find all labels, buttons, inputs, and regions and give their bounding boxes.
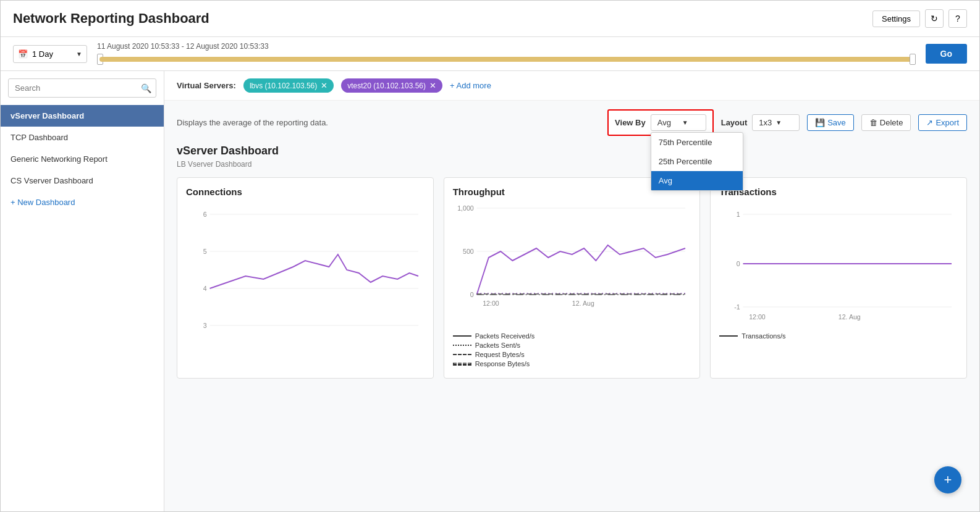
svg-text:3: 3 — [203, 322, 207, 329]
help-icon: ? — [955, 14, 960, 23]
sidebar-item-2[interactable]: Generic Networking Report — [1, 148, 164, 170]
throughput-legend: Packets Received/s Packets Sent/s Reques… — [453, 332, 691, 367]
viewby-chevron-icon: ▼ — [682, 119, 688, 126]
layout-label: Layout — [721, 118, 748, 127]
dropdown-item-75th[interactable]: 75th Percentile — [651, 133, 743, 152]
settings-button[interactable]: Settings — [872, 10, 920, 27]
charts-grid: Connections 6 5 4 — [177, 177, 967, 379]
svg-text:12:00: 12:00 — [483, 300, 499, 307]
transactions-chart-title: Transactions — [719, 187, 958, 197]
dashboard-description: Displays the average of the reporting da… — [177, 118, 602, 127]
svg-text:0: 0 — [470, 291, 473, 298]
virtual-servers-label: Virtual Servers: — [177, 81, 236, 90]
dropdown-item-25th[interactable]: 25th Percentile — [651, 152, 743, 171]
time-period-selector[interactable]: 📅 1 Day 1 Week 1 Month ▼ — [13, 45, 87, 63]
layout-select-button[interactable]: 1x3 ▼ — [752, 114, 800, 131]
delete-label: Delete — [880, 118, 903, 127]
search-input[interactable] — [8, 78, 156, 98]
layout-value: 1x3 — [759, 118, 772, 127]
viewby-select-wrapper[interactable]: Avg ▼ 75th Percentile 25th Percentile Av… — [651, 114, 706, 131]
export-label: Export — [936, 118, 959, 127]
transactions-chart-card: Transactions 1 0 -1 — [710, 177, 967, 379]
slider-handle-right[interactable] — [910, 54, 916, 65]
tag-vtest20[interactable]: vtest20 (10.102.103.56) ✕ — [341, 78, 442, 93]
refresh-icon: ↻ — [931, 14, 938, 23]
viewby-selected-value: Avg — [657, 118, 671, 127]
svg-text:500: 500 — [463, 248, 474, 255]
layout-group: Layout 1x3 ▼ — [721, 114, 800, 131]
page-title: Network Reporting Dashboard — [13, 10, 209, 27]
delete-icon: 🗑 — [869, 118, 877, 127]
fab-button[interactable]: + — [934, 466, 961, 493]
svg-text:1: 1 — [737, 211, 740, 218]
virtual-servers-row: Virtual Servers: lbvs (10.102.103.56) ✕ … — [164, 71, 979, 101]
tag-lbvs-name: lbvs (10.102.103.56) — [250, 82, 317, 90]
svg-text:12:00: 12:00 — [750, 313, 766, 321]
throughput-chart-card: Throughput 1,000 500 0 — [444, 177, 701, 379]
layout-chevron-icon: ▼ — [775, 119, 782, 126]
sidebar-item-0[interactable]: vServer Dashboard — [1, 105, 164, 127]
controls-row: View By Avg ▼ 75th Percentile 25th Perce… — [607, 109, 967, 136]
svg-text:12. Aug: 12. Aug — [838, 313, 861, 321]
date-range-label: 11 August 2020 10:53:33 - 12 August 2020… — [97, 42, 916, 51]
add-more-button[interactable]: + Add more — [450, 81, 491, 90]
dropdown-item-avg[interactable]: Avg — [651, 171, 743, 190]
connections-chart-svg: 6 5 4 3 — [186, 202, 425, 350]
svg-text:5: 5 — [203, 248, 207, 255]
save-button[interactable]: 💾 Save — [807, 114, 854, 131]
help-button[interactable]: ? — [948, 9, 967, 28]
sidebar-item-3[interactable]: CS Vserver Dashboard — [1, 170, 164, 191]
viewby-select-button[interactable]: Avg ▼ — [651, 114, 706, 131]
viewby-group: View By Avg ▼ 75th Percentile 25th Perce… — [607, 109, 714, 136]
search-icon: 🔍 — [141, 83, 151, 93]
throughput-chart-svg: 1,000 500 0 — [453, 202, 691, 325]
transactions-chart-svg: 1 0 -1 12:00 12. Aug — [719, 202, 958, 325]
new-dashboard-item[interactable]: + New Dashboard — [1, 191, 164, 213]
connections-chart-card: Connections 6 5 4 — [177, 177, 434, 379]
tag-lbvs[interactable]: lbvs (10.102.103.56) ✕ — [243, 78, 334, 93]
export-icon: ↗ — [926, 118, 933, 127]
go-button[interactable]: Go — [926, 44, 967, 64]
new-dashboard-label: + New Dashboard — [11, 198, 75, 207]
dashboard-title: vServer Dashboard — [177, 145, 967, 157]
search-bar: 🔍 — [8, 78, 156, 98]
viewby-label: View By — [615, 118, 646, 127]
viewby-dropdown: 75th Percentile 25th Percentile Avg — [651, 132, 743, 191]
save-disk-icon: 💾 — [815, 118, 825, 127]
time-slider-wrapper: 11 August 2020 10:53:33 - 12 August 2020… — [97, 42, 916, 65]
svg-text:6: 6 — [203, 211, 207, 218]
svg-text:12. Aug: 12. Aug — [572, 300, 594, 307]
export-button[interactable]: ↗ Export — [918, 114, 967, 131]
tag-lbvs-close-icon[interactable]: ✕ — [321, 81, 327, 90]
tag-vtest20-name: vtest20 (10.102.103.56) — [347, 82, 426, 90]
svg-text:1,000: 1,000 — [457, 204, 474, 212]
sidebar-item-1[interactable]: TCP Dashboard — [1, 127, 164, 148]
time-period-select[interactable]: 1 Day 1 Week 1 Month — [13, 45, 87, 63]
transactions-legend: Transactions/s — [719, 332, 958, 340]
tag-vtest20-close-icon[interactable]: ✕ — [429, 81, 436, 90]
slider-track[interactable] — [99, 57, 913, 62]
svg-text:4: 4 — [203, 285, 207, 292]
delete-button[interactable]: 🗑 Delete — [861, 114, 911, 131]
connections-chart-title: Connections — [186, 187, 425, 197]
svg-text:0: 0 — [737, 260, 740, 267]
refresh-button[interactable]: ↻ — [925, 9, 944, 28]
dashboard-subtitle: LB Vserver Dashboard — [177, 160, 967, 169]
svg-text:-1: -1 — [735, 303, 740, 311]
save-label: Save — [827, 118, 846, 127]
